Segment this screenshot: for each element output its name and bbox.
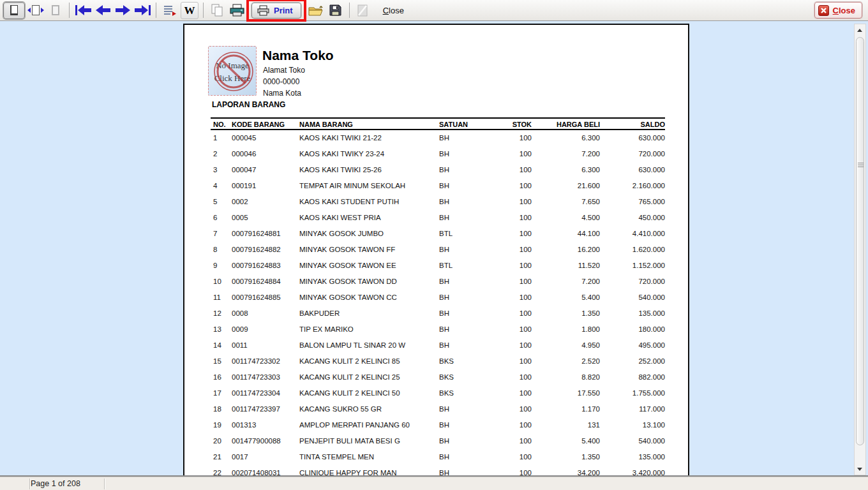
cell-kode: 001174723304 <box>232 385 299 401</box>
store-name: Nama Toko <box>262 48 334 63</box>
cell-harga-beli: 131 <box>532 417 600 433</box>
cell-kode: 000791624883 <box>232 258 299 274</box>
cell-kode: 001477900088 <box>232 433 299 449</box>
cell-saldo: 765.000 <box>600 194 665 210</box>
last-page-button[interactable] <box>133 2 151 19</box>
cell-saldo: 720.000 <box>600 146 665 162</box>
export-button[interactable] <box>354 2 372 19</box>
vertical-scrollbar[interactable] <box>854 24 866 475</box>
cell-no: 11 <box>211 290 232 306</box>
cell-saldo: 252.000 <box>600 353 665 369</box>
cell-no: 4 <box>211 178 232 194</box>
cell-harga-beli: 11.520 <box>532 258 600 274</box>
cell-no: 1 <box>211 130 232 146</box>
cell-saldo: 13.100 <box>600 417 665 433</box>
report-page: No Image Click Here Nama Toko Alamat Tok… <box>183 24 689 477</box>
page-100-icon <box>52 5 59 15</box>
table-row: 20 001477900088 PENJEPIT BULI MATA BESI … <box>211 433 665 449</box>
cell-satuan: BH <box>438 449 487 465</box>
cell-stok: 100 <box>487 449 532 465</box>
cell-stok: 100 <box>487 369 532 385</box>
cell-stok: 100 <box>487 194 532 210</box>
cell-nama: KAOS KAKI TWIKI 25-26 <box>299 162 438 178</box>
cell-saldo: 1.620.000 <box>600 242 665 258</box>
export-disabled-icon <box>357 4 369 17</box>
cell-saldo: 135.000 <box>600 449 665 465</box>
cell-stok: 100 <box>487 178 532 194</box>
table-header-row: NO. KODE BARANG NAMA BARANG SATUAN STOK … <box>211 117 665 130</box>
zoom-fit-page-button[interactable] <box>3 2 25 19</box>
cell-saldo: 135.000 <box>600 306 665 322</box>
cell-harga-beli: 5.400 <box>532 433 600 449</box>
save-floppy-icon <box>329 4 342 17</box>
cell-harga-beli: 1.350 <box>532 306 600 322</box>
cell-harga-beli: 1.170 <box>532 401 600 417</box>
goto-page-button[interactable] <box>161 2 179 19</box>
cell-no: 13 <box>211 322 232 338</box>
status-bar: Page 1 of 208 <box>0 477 868 490</box>
cell-kode: 000791624882 <box>232 242 299 258</box>
cell-satuan: BTL <box>438 226 487 242</box>
first-page-button[interactable] <box>74 2 92 19</box>
cell-satuan: BH <box>438 194 487 210</box>
cell-saldo: 117.000 <box>600 401 665 417</box>
cell-saldo: 4.410.000 <box>600 226 665 242</box>
pages-icon <box>210 4 225 17</box>
column-header-no: NO. <box>211 119 232 129</box>
store-city: Nama Kota <box>263 89 301 98</box>
separator <box>69 3 70 18</box>
cell-harga-beli: 16.200 <box>532 242 600 258</box>
scrollbar-thumb[interactable] <box>856 37 864 445</box>
cell-saldo: 2.160.000 <box>600 178 665 194</box>
cell-no: 22 <box>211 465 232 477</box>
window-close-button[interactable]: Close <box>814 2 862 19</box>
save-report-button[interactable] <box>327 2 345 19</box>
cell-no: 2 <box>211 146 232 162</box>
previous-page-button[interactable] <box>94 2 112 19</box>
store-logo-placeholder: No Image Click Here <box>208 46 257 96</box>
cell-harga-beli: 4.500 <box>532 210 600 226</box>
printer-setup-button[interactable] <box>228 2 246 19</box>
cell-stok: 100 <box>487 417 532 433</box>
cell-satuan: BH <box>438 146 487 162</box>
cell-harga-beli: 6.300 <box>532 130 600 146</box>
table-row: 1 000045 KAOS KAKI TWIKI 21-22 BH 100 6.… <box>211 130 665 146</box>
cell-no: 17 <box>211 385 232 401</box>
cell-no: 14 <box>211 338 232 353</box>
cell-nama: BALON LAMPU TL SINAR 20 W <box>299 338 438 353</box>
next-page-button[interactable] <box>114 2 131 19</box>
cell-kode: 001174723397 <box>232 401 299 417</box>
cell-stok: 100 <box>487 242 532 258</box>
pages-button[interactable] <box>208 2 226 19</box>
last-page-icon <box>134 4 151 16</box>
zoom-page-width-button[interactable] <box>27 2 45 19</box>
cell-kode: 001313 <box>232 417 299 433</box>
cell-stok: 100 <box>487 290 532 306</box>
cell-saldo: 882.000 <box>600 369 665 385</box>
scroll-up-icon[interactable] <box>857 29 862 32</box>
column-header-saldo: SALDO <box>600 119 665 129</box>
statusbar-separator <box>29 479 30 489</box>
open-report-button[interactable] <box>307 2 325 19</box>
page-indicator: Page 1 of 208 <box>31 479 80 488</box>
toolbar-close-button[interactable]: Close <box>383 6 404 15</box>
cell-satuan: BKS <box>438 353 487 369</box>
scroll-down-icon[interactable] <box>857 468 862 471</box>
cell-nama: MINYAK GOSOK JUMBO <box>299 226 438 242</box>
open-folder-icon <box>308 4 324 17</box>
cell-satuan: BKS <box>438 369 487 385</box>
print-button-label: Print <box>274 6 293 15</box>
cell-no: 9 <box>211 258 232 274</box>
zoom-100-button[interactable] <box>47 2 64 19</box>
close-button-label: Close <box>833 6 855 15</box>
print-button[interactable]: Print <box>251 3 301 19</box>
cell-satuan: BH <box>438 162 487 178</box>
table-row: 11 000791624885 MINYAK GOSOK TAWON CC BH… <box>211 290 665 306</box>
cell-kode: 0005 <box>232 210 299 226</box>
table-row: 3 000047 KAOS KAKI TWIKI 25-26 BH 100 6.… <box>211 162 665 178</box>
toolbar: W Print <box>0 0 868 21</box>
cell-harga-beli: 4.950 <box>532 338 600 353</box>
cell-harga-beli: 8.820 <box>532 369 600 385</box>
cell-satuan: BH <box>438 401 487 417</box>
watermark-button[interactable]: W <box>181 2 198 19</box>
